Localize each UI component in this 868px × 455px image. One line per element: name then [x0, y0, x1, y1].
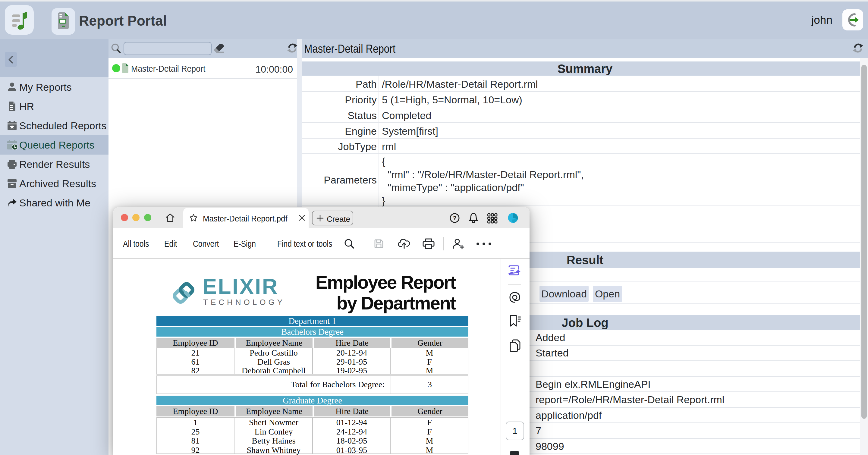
svg-text:?: ?	[453, 215, 456, 222]
